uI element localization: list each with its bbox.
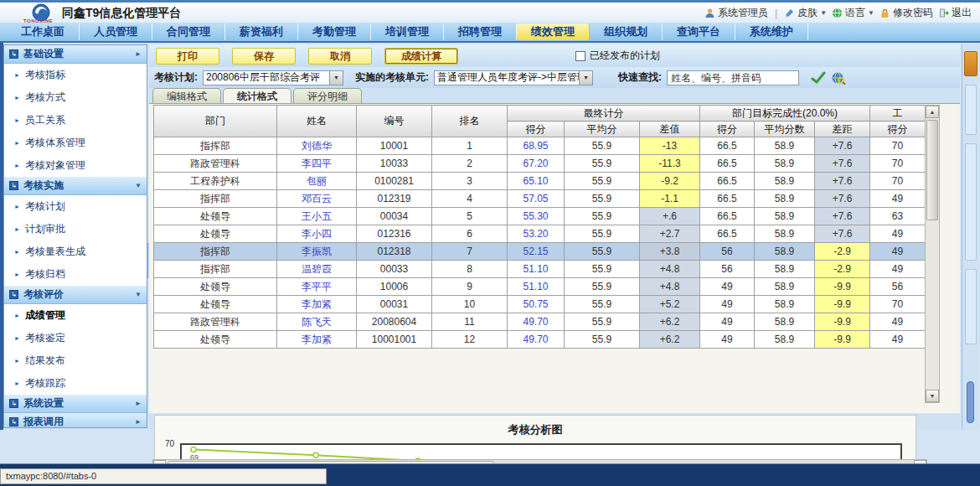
- table-row[interactable]: 工程养护科包丽0100281365.1055.9-9.266.558.9+7.6…: [154, 173, 926, 190]
- sidebar-item[interactable]: ►考核鉴定: [4, 327, 147, 349]
- toolbar: 打印 保存 取消 成绩计算 已经发布的计划: [149, 44, 960, 67]
- table-cell: 012316: [357, 225, 432, 243]
- table-row[interactable]: 路政管理科陈飞天200806041149.7055.9+6.24958.9-9.…: [154, 313, 926, 331]
- col-dept[interactable]: 部门: [154, 106, 277, 137]
- sub-column-header[interactable]: 平均分: [565, 122, 640, 137]
- table-row[interactable]: 路政管理科李四平10033267.2055.9-11.366.558.9+7.6…: [154, 155, 926, 173]
- sub-column-header[interactable]: 平均分数: [755, 122, 815, 137]
- published-plan-checkbox[interactable]: 已经发布的计划: [575, 49, 660, 63]
- change-password-link[interactable]: 修改密码: [879, 6, 933, 20]
- table-row[interactable]: 处领导李平平10006951.1055.9+4.84958.9-9.956: [154, 278, 926, 296]
- sidebar-group-header[interactable]: ↳报表调用►: [4, 413, 147, 428]
- scroll-down-icon[interactable]: ▼: [926, 390, 939, 402]
- table-cell: +6.2: [640, 331, 700, 349]
- menu-tab[interactable]: 查询平台: [663, 23, 735, 40]
- view-tab[interactable]: 统计格式: [223, 88, 291, 104]
- table-cell: +7.6: [815, 208, 870, 225]
- sidebar-item[interactable]: ►考核方式: [4, 86, 147, 109]
- sidebar-item[interactable]: ►考核体系管理: [4, 132, 147, 154]
- menu-tab[interactable]: 系统维护: [735, 23, 808, 40]
- scrollbar-thumb[interactable]: [926, 120, 938, 220]
- search-globe-icon[interactable]: [831, 71, 846, 85]
- view-tab[interactable]: 评分明细: [293, 88, 362, 104]
- chevron-down-icon[interactable]: ▼: [579, 71, 592, 85]
- logout-link[interactable]: 退出: [938, 6, 972, 20]
- menu-tab[interactable]: 组织规划: [590, 23, 663, 40]
- page-scrollbar-thumb[interactable]: [967, 381, 974, 423]
- plan-select[interactable]: 200806中层干部综合考评 ▼: [203, 70, 343, 85]
- sidebar-group-header[interactable]: ↳考核评价▼: [4, 286, 147, 304]
- table-cell: 8: [432, 261, 508, 278]
- sidebar-item[interactable]: ►考核量表生成: [4, 240, 147, 263]
- menu-tab[interactable]: 人员管理: [80, 23, 152, 40]
- globe-icon: [832, 8, 843, 18]
- sidebar-item[interactable]: ►结果发布: [4, 349, 147, 372]
- table-row[interactable]: 处领导王小五00034555.3055.9+.666.558.9+7.663: [154, 208, 926, 225]
- table-cell: 10: [432, 296, 508, 313]
- confirm-check-icon[interactable]: [811, 71, 826, 85]
- col-code[interactable]: 编号: [357, 106, 432, 137]
- print-button[interactable]: 打印: [156, 48, 219, 65]
- menu-tab[interactable]: 考勤管理: [298, 23, 371, 40]
- table-cell: 包丽: [277, 173, 357, 190]
- sidebar-item[interactable]: ►考核对象管理: [4, 154, 147, 177]
- exit-icon: [938, 8, 949, 18]
- score-calc-button[interactable]: 成绩计算: [384, 48, 458, 65]
- sub-column-header[interactable]: 差值: [640, 122, 700, 137]
- cancel-button[interactable]: 取消: [308, 48, 372, 65]
- scroll-up-icon[interactable]: ▲: [926, 106, 939, 118]
- table-row[interactable]: 指挥部邓百云012319457.0555.9-1.166.558.9+7.649: [154, 190, 926, 208]
- save-button[interactable]: 保存: [232, 48, 296, 65]
- menu-tab[interactable]: 培训管理: [371, 23, 444, 40]
- table-cell: 49: [870, 331, 926, 349]
- menu-tab[interactable]: 工作桌面: [7, 23, 80, 40]
- bullet-icon: ►: [14, 95, 20, 101]
- sidebar-group-header[interactable]: ↳考核实施▼: [4, 177, 147, 195]
- sidebar-item[interactable]: ►考核指标: [4, 64, 147, 86]
- checkbox-label: 已经发布的计划: [590, 49, 660, 63]
- table-row[interactable]: 处领导李加紧100010011249.7055.9+6.24958.9-9.94…: [154, 331, 926, 349]
- sidebar-item[interactable]: ►考核归档: [4, 263, 147, 286]
- quick-search-input[interactable]: 姓名、编号、拼音码: [667, 70, 799, 85]
- table-vertical-scrollbar[interactable]: ▲ ▼: [925, 105, 940, 403]
- menu-tab[interactable]: 招聘管理: [444, 23, 517, 40]
- unit-select[interactable]: 普通管理人员年度考评->中层管理人 ▼: [434, 70, 593, 85]
- table-row[interactable]: 指挥部李振凯012318752.1555.9+3.85658.9-2.949: [154, 243, 926, 261]
- sidebar-item[interactable]: ►员工关系: [4, 109, 147, 132]
- sub-column-header[interactable]: 得分: [870, 122, 926, 137]
- sub-column-header[interactable]: 得分: [700, 122, 755, 137]
- language-menu[interactable]: 语言▼: [832, 6, 874, 20]
- sidebar-item[interactable]: ►计划审批: [4, 218, 147, 240]
- group-next-partial: 工: [870, 106, 926, 122]
- table-cell: +7.6: [815, 190, 870, 208]
- table-row[interactable]: 处领导李小四012316653.2055.9+2.766.558.9+7.649: [154, 225, 926, 243]
- view-tab[interactable]: 编辑格式: [152, 88, 221, 104]
- right-collapsed-tab[interactable]: [964, 51, 977, 76]
- menu-tab[interactable]: 薪资福利: [225, 23, 298, 40]
- table-cell: -2.9: [815, 243, 870, 261]
- col-rank[interactable]: 排名: [432, 106, 508, 137]
- table-cell: 55.30: [508, 208, 565, 225]
- sidebar-item[interactable]: ►考核跟踪: [4, 372, 147, 395]
- table-cell: 指挥部: [154, 243, 277, 261]
- bullet-icon: ►: [14, 163, 20, 168]
- sidebar-group-header[interactable]: ↳系统设置►: [4, 395, 147, 413]
- menu-tab[interactable]: 绩效管理: [517, 23, 590, 40]
- sub-column-header[interactable]: 差距: [815, 122, 870, 137]
- table-cell: +4.8: [640, 261, 700, 278]
- chevron-down-icon[interactable]: ▼: [329, 71, 343, 85]
- skin-menu[interactable]: 皮肤▼: [784, 6, 827, 20]
- table-row[interactable]: 指挥部刘德华10001168.9555.9-1366.558.9+7.670: [154, 137, 926, 155]
- sidebar-item[interactable]: ►考核计划: [4, 195, 147, 218]
- sidebar-group-header[interactable]: ↳基础设置►: [4, 45, 147, 64]
- table-cell: +3.8: [640, 243, 700, 261]
- col-name[interactable]: 姓名: [277, 106, 357, 137]
- sidebar-item[interactable]: ►成绩管理: [4, 304, 147, 327]
- table-row[interactable]: 处领导李加紧000311050.7555.9+5.24958.9-9.970: [154, 296, 926, 313]
- sub-column-header[interactable]: 得分: [508, 122, 565, 137]
- filter-row: 考核计划: 200806中层干部综合考评 ▼ 实施的考核单元: 普通管理人员年度…: [149, 67, 960, 88]
- table-cell: 66.5: [700, 155, 755, 173]
- table-row[interactable]: 指挥部温碧霞00033851.1055.9+4.85658.9-2.949: [154, 261, 926, 278]
- menu-tab[interactable]: 合同管理: [152, 23, 225, 40]
- folder-icon: ↳: [9, 49, 18, 59]
